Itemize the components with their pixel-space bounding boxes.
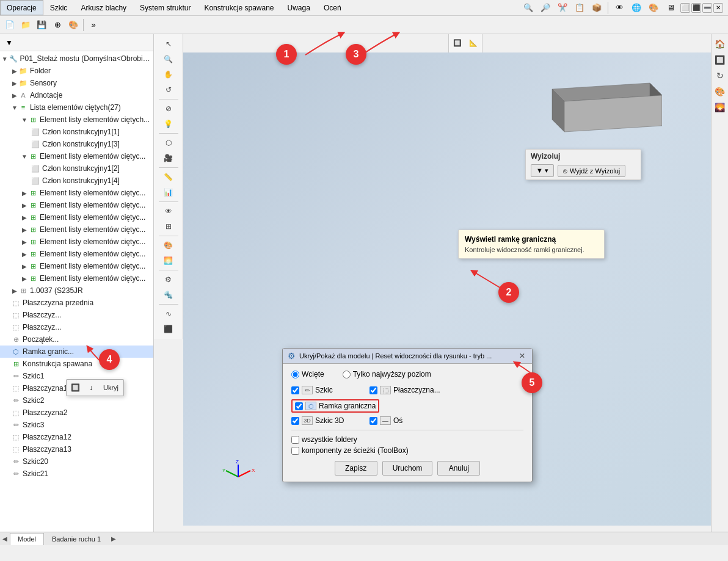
adnotacje-arrow[interactable]: ▶: [11, 92, 18, 99]
elem3-arrow[interactable]: ▶: [21, 190, 28, 197]
tree-elem1[interactable]: ▼ ⊞ Element listy elementów ciętych...: [0, 114, 153, 126]
lista-arrow[interactable]: ▼: [11, 104, 18, 111]
rt-view-btn[interactable]: ⬡: [158, 136, 180, 150]
rt-analysis-btn[interactable]: 📊: [158, 185, 180, 200]
rt-hide-btn[interactable]: 👁: [158, 204, 180, 219]
chk-foldery[interactable]: wszystkie foldery: [291, 435, 523, 444]
tree-plas12[interactable]: ⬚ Płaszczyzna12: [0, 431, 153, 443]
tree-plas13[interactable]: ⬚ Płaszczyzna13: [0, 443, 153, 455]
ctx-down-btn[interactable]: ↓: [84, 381, 98, 394]
wyizoluj-arrow-btn[interactable]: ▼ ▾: [531, 164, 554, 177]
wyizoluj-exit-btn[interactable]: ⎋ Wyjdź z Wyizoluj: [558, 165, 625, 177]
frs-palette-btn[interactable]: 🎨: [713, 84, 727, 99]
st-view2-btn[interactable]: 📐: [466, 35, 481, 50]
menu-system-struktur[interactable]: System struktur: [133, 0, 197, 15]
tree-elem7[interactable]: ▶ ⊞ Element listy elementów ciętyc...: [0, 236, 153, 248]
elem2-arrow[interactable]: ▼: [21, 153, 28, 160]
tree-konstr-spawana[interactable]: ⊞ Konstrukcja spawana: [0, 358, 153, 370]
tb2-save-icon[interactable]: 💾: [34, 18, 49, 32]
tree-plane2[interactable]: ⬚ Płaszczyz...: [0, 309, 153, 321]
chk-os-input[interactable]: [369, 417, 377, 425]
chk-ramka-input[interactable]: [295, 402, 303, 410]
tb2-open-icon[interactable]: 📁: [18, 18, 33, 32]
tree-elem8[interactable]: ▶ ⊞ Element listy elementów ciętyc...: [0, 248, 153, 260]
st-view1-btn[interactable]: 🔲: [450, 35, 465, 50]
chk-plaszczyzna-input[interactable]: [369, 386, 377, 394]
tree-plas2[interactable]: ⬚ Płaszczyzna2: [0, 407, 153, 419]
tb2-new-icon[interactable]: 📄: [2, 18, 17, 32]
tree-part1[interactable]: ⬜ Człon konstrukcyjny1[1]: [0, 126, 153, 138]
radio-najwyzszy[interactable]: Tylko najwyższy poziom: [343, 370, 431, 378]
chk-szkic[interactable]: ✏ Szkic: [291, 386, 365, 394]
chk-szkic-input[interactable]: [291, 386, 299, 394]
tree-szkic3[interactable]: ✏ Szkic3: [0, 419, 153, 431]
folder-arrow[interactable]: ▶: [11, 68, 18, 74]
tree-elem6[interactable]: ▶ ⊞ Element listy elementów ciętyc...: [0, 223, 153, 236]
tb2-more-icon[interactable]: »: [86, 18, 101, 32]
rt-assembly-btn[interactable]: 🔩: [158, 288, 180, 302]
tabs-next-btn[interactable]: ▶: [109, 533, 118, 545]
chk-toolbox[interactable]: komponenty ze ścieżki (ToolBox): [291, 446, 523, 455]
tree-root[interactable]: ▼ 🔧 P01_Stelaż mostu (Domyślna<Obrobion.…: [0, 52, 153, 65]
tree-elem2[interactable]: ▼ ⊞ Element listy elementów ciętyc...: [0, 150, 153, 162]
elem4-arrow[interactable]: ▶: [21, 202, 28, 209]
tb2-target-icon[interactable]: ⊕: [50, 18, 65, 32]
toolbar-icon3[interactable]: ✂️: [555, 1, 570, 15]
frs-render-btn[interactable]: 🌄: [713, 100, 727, 115]
elem8-arrow[interactable]: ▶: [21, 251, 28, 258]
tree-elem3[interactable]: ▶ ⊞ Element listy elementów ciętyc...: [0, 187, 153, 199]
menu-operacje[interactable]: Operacje: [0, 0, 43, 15]
rt-measure-btn[interactable]: 📏: [158, 170, 180, 184]
menu-arkusz-blachy[interactable]: Arkusz blachy: [74, 0, 133, 15]
elem5-arrow[interactable]: ▶: [21, 214, 28, 221]
tree-elem5[interactable]: ▶ ⊞ Element listy elementów ciętyc...: [0, 211, 153, 223]
sensory-arrow[interactable]: ▶: [11, 80, 18, 87]
radio-wciete-input[interactable]: [291, 371, 299, 378]
tree-elem10[interactable]: ▶ ⊞ Element listy elementów ciętyc...: [0, 272, 153, 284]
window-close-btn[interactable]: ✕: [713, 3, 723, 13]
toolbar-icon4[interactable]: 📋: [572, 1, 587, 15]
rt-appearance-btn[interactable]: 🎨: [158, 238, 180, 253]
filter-btn[interactable]: ▼: [2, 36, 16, 49]
rt-pan-btn[interactable]: ✋: [158, 67, 180, 82]
menu-uwaga[interactable]: Uwaga: [281, 0, 317, 15]
rt-zoom-btn[interactable]: 🔍: [158, 52, 180, 67]
material-arrow[interactable]: ▶: [11, 288, 18, 294]
tab-badanie-ruchu[interactable]: Badanie ruchu 1: [44, 533, 109, 545]
dialog-cancel-btn[interactable]: Anuluj: [437, 461, 480, 476]
window-restore-btn[interactable]: ⬜: [680, 3, 690, 13]
chk-toolbox-input[interactable]: [291, 447, 299, 455]
tree-plane3[interactable]: ⬚ Płaszczyz...: [0, 321, 153, 333]
ctx-icon1-btn[interactable]: 🔲: [68, 381, 82, 394]
rt-rotate-btn[interactable]: ↺: [158, 82, 180, 97]
chk-os[interactable]: — Oś: [369, 416, 443, 425]
chk-szkic3d-input[interactable]: [291, 417, 299, 425]
menu-ocen[interactable]: Oceń: [317, 0, 348, 15]
tree-szkic2[interactable]: ✏ Szkic2: [0, 394, 153, 407]
rt-feature-btn[interactable]: ⚙: [158, 272, 180, 287]
window-max-btn[interactable]: ⬛: [691, 3, 701, 13]
ctx-ukryj-label[interactable]: Ukryj: [100, 383, 122, 393]
elem10-arrow[interactable]: ▶: [21, 275, 28, 282]
rt-filter-btn[interactable]: ⊞: [158, 219, 180, 234]
tree-origin[interactable]: ⊕ Początek...: [0, 333, 153, 346]
toolbar-search-icon[interactable]: 🔍: [521, 1, 536, 15]
tree-szkic20[interactable]: ✏ Szkic20: [0, 455, 153, 468]
menu-szkic[interactable]: Szkic: [43, 0, 75, 15]
toolbar-eye-icon[interactable]: 👁: [612, 1, 627, 15]
toolbar-icon5[interactable]: 📦: [589, 1, 604, 15]
rt-section-btn[interactable]: ⊘: [158, 101, 180, 116]
frs-home-btn[interactable]: 🏠: [713, 37, 727, 51]
tree-part2[interactable]: ⬜ Człon konstrukcyjny1[3]: [0, 138, 153, 150]
elem1-arrow[interactable]: ▼: [21, 117, 28, 123]
menu-konstrukcje-spawane[interactable]: Konstrukcje spawane: [197, 0, 280, 15]
tabs-prev-btn[interactable]: ◀: [0, 533, 10, 545]
chk-foldery-input[interactable]: [291, 436, 299, 444]
root-arrow[interactable]: ▼: [1, 56, 9, 62]
elem6-arrow[interactable]: ▶: [21, 226, 28, 233]
frs-view-btn[interactable]: 🔲: [713, 52, 727, 67]
frs-rotate-btn[interactable]: ↻: [713, 68, 727, 83]
dialog-close-btn[interactable]: ✕: [517, 351, 527, 361]
dialog-save-btn[interactable]: Zapisz: [335, 461, 377, 476]
tree-elem4[interactable]: ▶ ⊞ Element listy elementów ciętyc...: [0, 199, 153, 211]
